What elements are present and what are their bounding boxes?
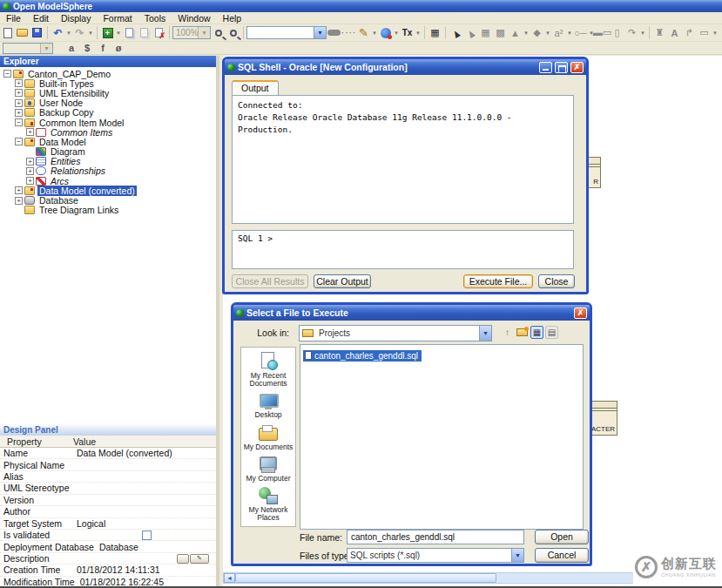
property-row[interactable]: Alias bbox=[0, 471, 216, 483]
scrollbar-thumb[interactable] bbox=[235, 573, 496, 583]
triangle-dropdown-icon[interactable]: ▼ bbox=[523, 30, 530, 36]
alias-icon[interactable]: a bbox=[64, 43, 79, 54]
text-format-icon[interactable]: Tx bbox=[400, 26, 415, 40]
tree-item[interactable]: −Canton_CAP_Demo bbox=[0, 69, 216, 78]
description-field-button[interactable] bbox=[177, 554, 189, 564]
link-icon[interactable] bbox=[378, 26, 393, 40]
style-combo[interactable]: ▼ bbox=[246, 26, 327, 39]
property-row[interactable]: Version bbox=[0, 495, 216, 506]
open-button[interactable]: Open bbox=[535, 530, 589, 544]
file-item-selected[interactable]: canton_charles_genddl.sql bbox=[303, 350, 422, 362]
property-row[interactable]: UML Stereotype bbox=[0, 483, 216, 494]
tree-item[interactable]: +Built-in Types bbox=[0, 78, 216, 88]
property-row[interactable]: Deployment DatabaseDatabase bbox=[0, 541, 216, 552]
collapse-icon[interactable]: − bbox=[3, 70, 11, 78]
jump-arrow-icon[interactable]: ↷ bbox=[624, 26, 639, 40]
look-in-combo[interactable]: Projects▼ bbox=[299, 325, 492, 341]
tree-item[interactable]: +Arcs bbox=[0, 176, 216, 186]
place-item-my-computer[interactable]: My Computer bbox=[242, 455, 294, 483]
open-file-icon[interactable] bbox=[15, 26, 30, 40]
line-style-icon[interactable]: ···· bbox=[341, 26, 356, 40]
paste-format-icon[interactable] bbox=[137, 26, 152, 40]
undo-dropdown-icon[interactable]: ▼ bbox=[65, 30, 72, 36]
expand-icon[interactable]: + bbox=[26, 167, 34, 175]
property-row[interactable]: Modification Time01/18/2012 16:22:45 bbox=[0, 577, 216, 588]
sql-shell-title-bar[interactable]: SQL Shell - Oracle [New Configuration] ✗ bbox=[225, 59, 586, 75]
explorer-header[interactable]: Explorer bbox=[0, 56, 216, 67]
tree-item[interactable]: Tree Diagram Links bbox=[0, 206, 216, 215]
sql-input-area[interactable]: SQL 1 > bbox=[232, 230, 574, 269]
tree-item[interactable]: +Backup Copy bbox=[0, 108, 216, 118]
menu-tools[interactable]: Tools bbox=[138, 13, 172, 24]
collapse-icon[interactable]: − bbox=[15, 138, 23, 145]
pointer-tool-icon[interactable]: ▲ bbox=[449, 26, 463, 40]
tree-item[interactable]: +UML Extensibility bbox=[0, 88, 216, 98]
minimize-icon[interactable] bbox=[539, 62, 552, 73]
new-folder-icon[interactable] bbox=[516, 326, 529, 339]
menu-help[interactable]: Help bbox=[217, 13, 248, 24]
text-tool-icon[interactable]: A bbox=[667, 26, 682, 40]
menu-format[interactable]: Format bbox=[97, 13, 138, 24]
close-button[interactable]: Close bbox=[538, 274, 575, 288]
property-row[interactable]: Creation Time01/18/2012 14:11:31 bbox=[0, 564, 216, 576]
redo-icon[interactable]: ↷ bbox=[72, 26, 87, 40]
clear-format-icon[interactable] bbox=[152, 26, 166, 40]
truck-tool-icon[interactable]: ▬▭ bbox=[595, 26, 610, 40]
tree-item[interactable]: +Relationships bbox=[0, 166, 216, 176]
function-icon[interactable]: f bbox=[95, 43, 111, 54]
menu-display[interactable]: Display bbox=[55, 13, 97, 24]
tree-item[interactable]: Diagram bbox=[0, 147, 216, 157]
tree-item[interactable]: −Data Model bbox=[0, 137, 216, 146]
tree-item[interactable]: +Entities bbox=[0, 157, 216, 166]
tree-item[interactable]: +User Node bbox=[0, 98, 216, 108]
is-validated-checkbox[interactable] bbox=[142, 531, 152, 540]
tree-item[interactable]: +Common Items bbox=[0, 127, 216, 137]
place-item-desktop[interactable]: Desktop bbox=[242, 391, 294, 419]
place-item-my-documents[interactable]: My Documents bbox=[242, 423, 294, 451]
view-grid-icon[interactable]: ▩ bbox=[493, 26, 508, 40]
menu-file[interactable]: File bbox=[0, 13, 27, 24]
label-dropdown-icon[interactable]: ▼ bbox=[566, 30, 573, 36]
key-tool-icon[interactable]: ○─ bbox=[573, 26, 588, 40]
design-panel-header[interactable]: Design Panel bbox=[0, 424, 216, 436]
horizontal-scrollbar[interactable]: ◄ bbox=[223, 572, 656, 584]
expand-icon[interactable]: + bbox=[26, 158, 34, 166]
sql-output-area[interactable]: Connected to: Oracle Release Oracle Data… bbox=[232, 95, 574, 224]
quick-style-combo[interactable]: ▼ bbox=[3, 43, 53, 54]
maximize-icon[interactable] bbox=[555, 62, 568, 73]
new-diagram-dropdown-icon[interactable]: ▼ bbox=[115, 30, 122, 36]
new-file-icon[interactable] bbox=[0, 26, 15, 40]
expand-icon[interactable]: + bbox=[15, 99, 23, 107]
highlighter-dropdown-icon[interactable]: ▼ bbox=[371, 30, 378, 36]
property-row[interactable]: Description✎ bbox=[0, 553, 216, 564]
place-item-my-recent-documents[interactable]: My Recent Documents bbox=[242, 352, 294, 388]
rectangle-tool-icon[interactable]: ▭ bbox=[697, 26, 712, 40]
zoom-in-icon[interactable] bbox=[211, 26, 226, 40]
description-edit-icon[interactable]: ✎ bbox=[190, 554, 209, 564]
copy-format-icon[interactable] bbox=[122, 26, 137, 40]
property-row[interactable]: Physical Name bbox=[0, 459, 216, 470]
zoom-out-icon[interactable] bbox=[226, 26, 240, 40]
highlighter-icon[interactable]: ✎ bbox=[356, 26, 371, 40]
save-icon[interactable] bbox=[30, 26, 44, 40]
expand-icon[interactable]: + bbox=[15, 89, 23, 97]
table-tool-icon[interactable]: ▦ bbox=[428, 26, 442, 40]
redo-dropdown-icon[interactable]: ▼ bbox=[87, 30, 94, 36]
entity-grid-icon[interactable]: ▦ bbox=[478, 26, 493, 40]
property-row[interactable]: Author bbox=[0, 506, 216, 517]
list-view-icon[interactable]: ▤ bbox=[545, 326, 558, 339]
new-diagram-icon[interactable]: + bbox=[100, 26, 115, 40]
diamond-tool-icon[interactable]: ◆ bbox=[530, 26, 544, 40]
cancel-button[interactable]: Cancel bbox=[535, 548, 589, 563]
expand-icon[interactable]: + bbox=[15, 186, 23, 194]
zoom-combo[interactable]: 100%▼ bbox=[172, 26, 211, 39]
page-tool-icon[interactable]: ▯ bbox=[610, 26, 624, 40]
tree-item[interactable]: +Database bbox=[0, 195, 216, 205]
files-of-type-combo[interactable]: SQL scripts (*.sql)▼ bbox=[347, 548, 524, 563]
triangle-tool-icon[interactable]: ▲ bbox=[508, 26, 523, 40]
expand-icon[interactable]: + bbox=[26, 128, 34, 136]
file-dialog-title-bar[interactable]: Select a File to Execute ✗ bbox=[233, 305, 590, 321]
property-row[interactable]: Is validated bbox=[0, 530, 216, 541]
close-icon[interactable]: ✗ bbox=[570, 62, 584, 73]
link-dropdown-icon[interactable]: ▼ bbox=[393, 30, 400, 36]
